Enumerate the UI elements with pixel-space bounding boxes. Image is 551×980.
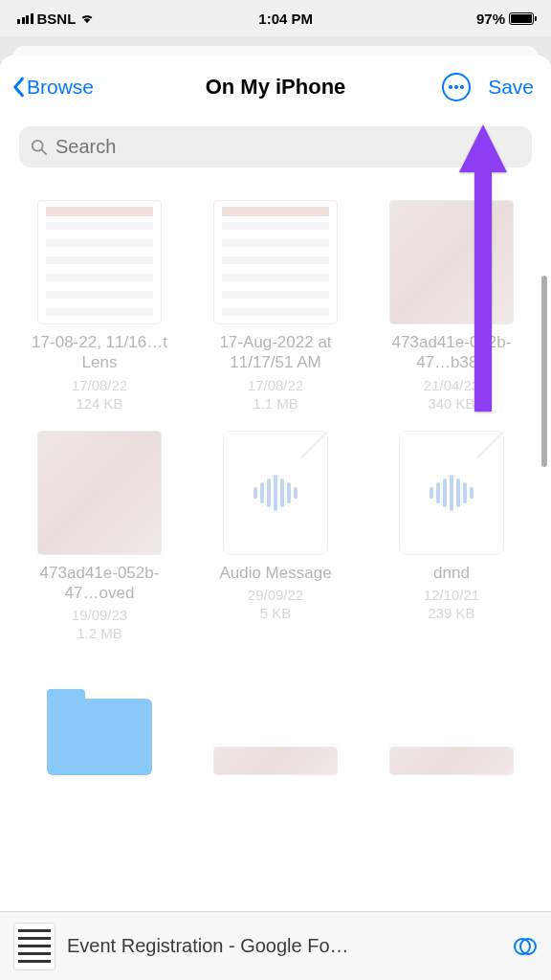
file-date: 12/10/21 [424, 587, 479, 603]
file-thumbnail-icon [37, 431, 162, 555]
file-name: 17-08-22, 11/16…t Lens [28, 332, 171, 373]
file-item[interactable]: 17-Aug-2022 at 11/17/51 AM 17/08/22 1.1 … [195, 200, 356, 412]
file-date: 21/04/23 [424, 377, 479, 393]
battery-icon [509, 12, 534, 25]
status-right: 97% [476, 11, 534, 27]
file-name: dnnd [433, 563, 470, 583]
battery-percent: 97% [476, 11, 505, 27]
folder-item[interactable] [19, 660, 180, 792]
save-button[interactable]: Save [488, 76, 534, 99]
file-date: 19/09/23 [72, 607, 127, 623]
file-item[interactable]: 473ad41e-052b-47…b38d 21/04/23 340 KB [371, 200, 532, 412]
file-size: 5 KB [260, 605, 292, 621]
file-size: 239 KB [428, 605, 474, 621]
file-thumbnail-icon [213, 746, 338, 775]
file-thumbnail-icon [213, 200, 338, 324]
file-name: Audio Message [219, 563, 331, 583]
tabs-icon[interactable] [513, 934, 538, 959]
file-name: 473ad41e-052b-47…oved [28, 563, 171, 604]
signal-icon [17, 13, 33, 24]
file-thumbnail-icon [37, 200, 162, 324]
status-bar: BSNL 1:04 PM 97% [0, 0, 551, 36]
search-bar[interactable] [19, 126, 532, 167]
page-thumbnail-icon[interactable] [13, 923, 55, 970]
file-size: 340 KB [428, 395, 474, 412]
back-button[interactable]: Browse [11, 76, 94, 99]
bottom-bar: Event Registration - Google Fo… [0, 911, 551, 980]
svg-point-0 [33, 140, 43, 150]
file-date: 17/08/22 [248, 377, 303, 393]
file-item[interactable]: 17-08-22, 11/16…t Lens 17/08/22 124 KB [19, 200, 180, 412]
file-name: 473ad41e-052b-47…b38d [380, 332, 523, 373]
search-icon [31, 139, 48, 156]
page-title-label: Event Registration - Google Fo… [67, 935, 501, 957]
file-size: 124 KB [76, 395, 122, 412]
file-item[interactable]: Audio Message 29/09/22 5 KB [195, 431, 356, 642]
chevron-left-icon [11, 77, 25, 98]
status-left: BSNL [17, 11, 95, 27]
file-item[interactable]: 473ad41e-052b-47…oved 19/09/23 1.2 MB [19, 431, 180, 642]
file-picker-sheet: Browse On My iPhone Save 17-08-22, 11/16… [0, 56, 551, 911]
carrier-label: BSNL [37, 11, 77, 27]
file-name: 17-Aug-2022 at 11/17/51 AM [204, 332, 347, 373]
audio-file-icon [399, 431, 504, 555]
file-thumbnail-icon [389, 200, 514, 324]
file-grid: 17-08-22, 11/16…t Lens 17/08/22 124 KB 1… [0, 181, 551, 812]
file-item[interactable]: dnnd 12/10/21 239 KB [371, 431, 532, 642]
wifi-icon [79, 12, 95, 24]
search-input[interactable] [55, 136, 520, 158]
svg-line-1 [42, 149, 47, 154]
file-thumbnail-icon [389, 746, 514, 775]
file-item[interactable] [371, 660, 532, 792]
nav-bar: Browse On My iPhone Save [0, 56, 551, 113]
file-item[interactable] [195, 660, 356, 792]
file-size: 1.1 MB [253, 395, 298, 412]
file-size: 1.2 MB [77, 625, 122, 641]
folder-icon [47, 699, 152, 775]
file-date: 17/08/22 [72, 377, 127, 393]
scrollbar[interactable] [541, 276, 547, 467]
file-date: 29/09/22 [248, 587, 303, 603]
status-time: 1:04 PM [258, 11, 313, 27]
page-title: On My iPhone [206, 75, 346, 100]
more-button[interactable] [442, 73, 471, 101]
back-label: Browse [27, 76, 94, 99]
audio-file-icon [223, 431, 328, 555]
